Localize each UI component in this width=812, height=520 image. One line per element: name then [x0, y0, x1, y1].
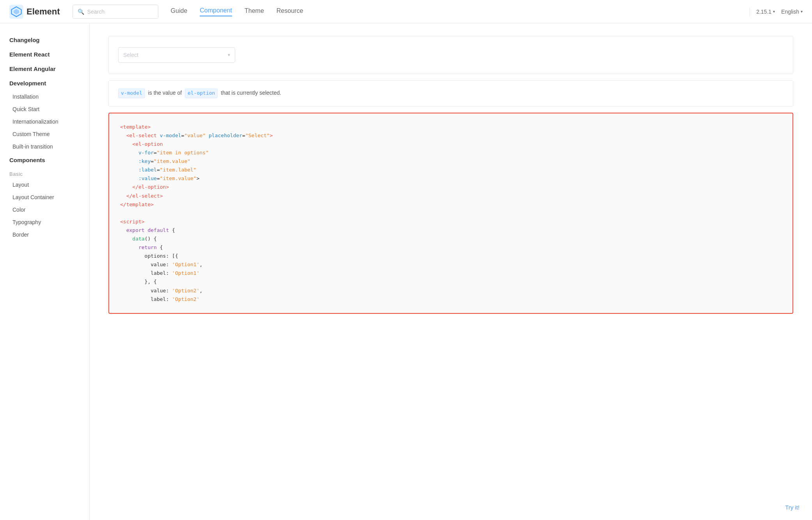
desc-text-before: is the value of: [148, 90, 182, 96]
search-placeholder: Search: [87, 9, 105, 15]
sidebar-item-element-angular[interactable]: Element Angular: [0, 62, 89, 76]
select-placeholder: Select: [123, 52, 138, 58]
version-selector[interactable]: 2.15.1 ▾: [756, 9, 775, 15]
version-chevron-icon: ▾: [773, 9, 775, 14]
code-block: <template> <el-select v-model="value" pl…: [108, 113, 793, 314]
sidebar-item-development[interactable]: Development: [0, 76, 89, 90]
search-box[interactable]: 🔍 Search: [73, 5, 158, 19]
version-label: 2.15.1: [756, 9, 771, 15]
try-it-button[interactable]: Try it!: [785, 504, 800, 511]
sidebar: Changelog Element React Element Angular …: [0, 23, 90, 520]
header-divider: [750, 7, 750, 16]
nav-component[interactable]: Component: [200, 7, 232, 16]
sidebar-subitem-quick-start[interactable]: Quick Start: [0, 103, 89, 115]
main-nav: Guide Component Theme Resource: [171, 7, 738, 16]
nav-guide[interactable]: Guide: [171, 7, 188, 16]
sidebar-subitem-layout-container[interactable]: Layout Container: [0, 191, 89, 203]
select-dropdown[interactable]: Select ▾: [118, 47, 235, 63]
el-option-tag: el-option: [185, 88, 218, 98]
language-selector[interactable]: English ▾: [781, 9, 803, 15]
v-model-tag: v-model: [118, 88, 145, 98]
header-right: 2.15.1 ▾ English ▾: [750, 7, 803, 16]
nav-theme[interactable]: Theme: [245, 7, 264, 16]
sidebar-subitem-i18n[interactable]: Internationalization: [0, 115, 89, 128]
desc-text-after: that is currently selected.: [221, 90, 281, 96]
logo-text: Element: [27, 7, 60, 17]
logo-icon: [9, 5, 23, 19]
header: Element 🔍 Search Guide Component Theme R…: [0, 0, 812, 23]
sidebar-item-changelog[interactable]: Changelog: [0, 33, 89, 47]
sidebar-subitem-installation[interactable]: Installation: [0, 90, 89, 103]
main-layout: Changelog Element React Element Angular …: [0, 23, 812, 520]
main-content: Select ▾ v-model is the value of el-opti…: [90, 23, 812, 520]
search-icon: 🔍: [78, 9, 84, 15]
sidebar-subitem-typography[interactable]: Typography: [0, 216, 89, 228]
sidebar-item-element-react[interactable]: Element React: [0, 47, 89, 62]
sidebar-subitem-color[interactable]: Color: [0, 203, 89, 216]
sidebar-subitem-transition[interactable]: Built-in transition: [0, 140, 89, 153]
select-chevron-icon: ▾: [228, 52, 230, 58]
sidebar-subitem-border[interactable]: Border: [0, 228, 89, 241]
sidebar-subitem-custom-theme[interactable]: Custom Theme: [0, 128, 89, 140]
language-label: English: [781, 9, 799, 15]
sidebar-subitem-layout[interactable]: Layout: [0, 179, 89, 191]
logo[interactable]: Element: [9, 5, 60, 19]
sidebar-category-basic: Basic: [0, 167, 89, 179]
demo-box: Select ▾: [108, 36, 793, 74]
code-content: <template> <el-select v-model="value" pl…: [120, 123, 782, 304]
lang-chevron-icon: ▾: [801, 9, 803, 14]
nav-resource[interactable]: Resource: [277, 7, 303, 16]
description-box: v-model is the value of el-option that i…: [108, 80, 793, 106]
sidebar-item-components[interactable]: Components: [0, 153, 89, 167]
